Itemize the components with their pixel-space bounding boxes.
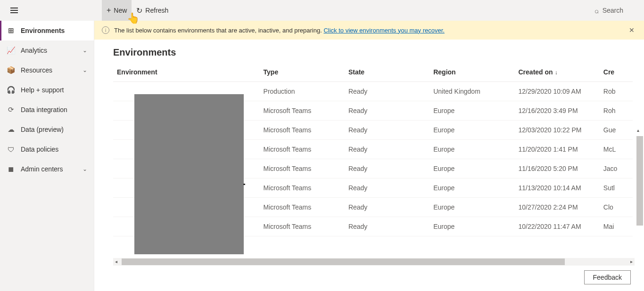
new-button[interactable]: New — [102, 0, 132, 21]
nav-icon: ◼ — [7, 165, 15, 173]
cell-createdby: Rob — [600, 82, 633, 101]
nav-icon: 📈 — [7, 46, 15, 55]
cell-region: United Kingdom — [429, 82, 514, 101]
sidebar-item-label: Analytics — [21, 47, 47, 54]
cell-type: Microsoft Teams — [260, 198, 345, 217]
cell-created: 11/20/2020 1:41 PM — [515, 140, 600, 159]
scroll-left-icon: ◂ — [115, 259, 117, 264]
nav-icon: ☁ — [7, 125, 15, 134]
search-placeholder: Search — [603, 7, 623, 14]
sidebar-item-data-integration[interactable]: ⟳Data integration — [0, 100, 94, 120]
cell-region: Europe — [429, 121, 514, 140]
chevron-down-icon: ⌄ — [83, 47, 87, 54]
toolbar: New Refresh ⌕ Search — [94, 0, 644, 21]
cell-type: Microsoft Teams — [260, 140, 345, 159]
cell-state: Ready — [345, 82, 429, 101]
sidebar-item-label: Data policies — [21, 146, 58, 153]
sidebar-item-label: Environments — [21, 27, 65, 34]
cell-state: Ready — [345, 140, 429, 159]
search-input[interactable]: ⌕ Search — [589, 0, 644, 21]
cell-type: Microsoft Teams — [260, 101, 345, 121]
cell-createdby: Mai — [600, 217, 633, 236]
horizontal-scroll-thumb[interactable] — [122, 259, 565, 265]
sidebar-item-admin-centers[interactable]: ◼Admin centers⌄ — [0, 159, 94, 179]
cell-createdby: Roh — [600, 101, 633, 121]
col-header-region[interactable]: Region — [429, 63, 514, 82]
cell-region: Europe — [429, 178, 514, 198]
col-header-createdby[interactable]: Cre — [600, 63, 633, 82]
banner-close-button[interactable]: ✕ — [627, 24, 636, 36]
cell-state: Ready — [345, 121, 429, 140]
vertical-scroll-thumb[interactable] — [636, 136, 643, 226]
feedback-button[interactable]: Feedback — [584, 270, 631, 284]
cell-type: Microsoft Teams — [260, 159, 345, 178]
cell-state: Ready — [345, 178, 429, 198]
sidebar-item-environments[interactable]: ⊞Environments — [0, 21, 94, 40]
cell-created: 11/16/2020 5:20 PM — [515, 159, 600, 178]
cell-createdby: McL — [600, 140, 633, 159]
cell-state: Ready — [345, 101, 429, 121]
sidebar-item-label: Data (preview) — [21, 126, 64, 133]
redacted-environment-names — [134, 94, 244, 254]
nav-icon: ⊞ — [7, 26, 15, 35]
cell-created: 10/27/2020 2:24 PM — [515, 198, 600, 217]
nav-icon: 🛡 — [7, 145, 15, 154]
horizontal-scrollbar[interactable]: ◂ ▸ — [113, 258, 635, 266]
sidebar-item-label: Admin centers — [21, 165, 63, 173]
new-button-label: New — [114, 7, 127, 14]
refresh-button[interactable]: Refresh — [132, 0, 173, 21]
redacted-tick — [243, 184, 245, 185]
cell-region: Europe — [429, 101, 514, 121]
cell-createdby: Sutl — [600, 178, 633, 198]
cell-state: Ready — [345, 159, 429, 178]
cell-created: 11/13/2020 10:14 AM — [515, 178, 600, 198]
sidebar: ⊞Environments📈Analytics⌄📦Resources⌄🎧Help… — [0, 21, 94, 291]
cell-created: 12/03/2020 10:22 PM — [515, 121, 600, 140]
sidebar-item-label: Data integration — [21, 106, 67, 113]
sidebar-item-resources[interactable]: 📦Resources⌄ — [0, 60, 94, 80]
refresh-icon — [136, 6, 142, 15]
nav-icon: ⟳ — [7, 105, 15, 114]
sidebar-item-data-preview-[interactable]: ☁Data (preview) — [0, 120, 94, 139]
scroll-up-icon: ▴ — [637, 128, 639, 133]
cell-region: Europe — [429, 159, 514, 178]
sidebar-item-analytics[interactable]: 📈Analytics⌄ — [0, 40, 94, 60]
cell-created: 12/16/2020 3:49 PM — [515, 101, 600, 121]
hamburger-menu[interactable] — [4, 0, 25, 21]
col-header-type[interactable]: Type — [260, 63, 345, 82]
cell-state: Ready — [345, 217, 429, 236]
col-header-environment[interactable]: Environment — [113, 63, 260, 82]
cell-type: Microsoft Teams — [260, 121, 345, 140]
cell-type: Microsoft Teams — [260, 217, 345, 236]
col-header-state[interactable]: State — [345, 63, 429, 82]
sidebar-item-label: Help + support — [21, 86, 64, 94]
vertical-scrollbar[interactable]: ▴ — [636, 133, 643, 291]
cell-type: Production — [260, 82, 345, 101]
hamburger-icon — [10, 10, 18, 11]
info-banner: i The list below contains environments t… — [94, 21, 644, 40]
cell-created: 12/29/2020 10:09 AM — [515, 82, 600, 101]
cell-type: Microsoft Teams — [260, 178, 345, 198]
plus-icon — [107, 6, 111, 15]
cell-createdby: Gue — [600, 121, 633, 140]
cell-state: Ready — [345, 198, 429, 217]
cell-createdby: Clo — [600, 198, 633, 217]
sidebar-item-data-policies[interactable]: 🛡Data policies — [0, 139, 94, 159]
page-title: Environments — [94, 40, 644, 63]
info-icon: i — [102, 26, 109, 34]
banner-link[interactable]: Click to view environments you may recov… — [323, 27, 444, 34]
sort-desc-icon: ↓ — [555, 69, 558, 76]
cell-region: Europe — [429, 198, 514, 217]
chevron-down-icon: ⌄ — [83, 67, 87, 73]
cell-region: Europe — [429, 217, 514, 236]
cell-created: 10/22/2020 11:47 AM — [515, 217, 600, 236]
nav-icon: 🎧 — [7, 86, 15, 94]
col-header-created[interactable]: Created on↓ — [515, 63, 600, 82]
refresh-button-label: Refresh — [145, 7, 168, 14]
search-icon: ⌕ — [594, 7, 599, 15]
sidebar-item-help-support[interactable]: 🎧Help + support — [0, 80, 94, 100]
cell-createdby: Jaco — [600, 159, 633, 178]
cell-region: Europe — [429, 140, 514, 159]
nav-icon: 📦 — [7, 66, 15, 74]
chevron-down-icon: ⌄ — [83, 166, 87, 172]
